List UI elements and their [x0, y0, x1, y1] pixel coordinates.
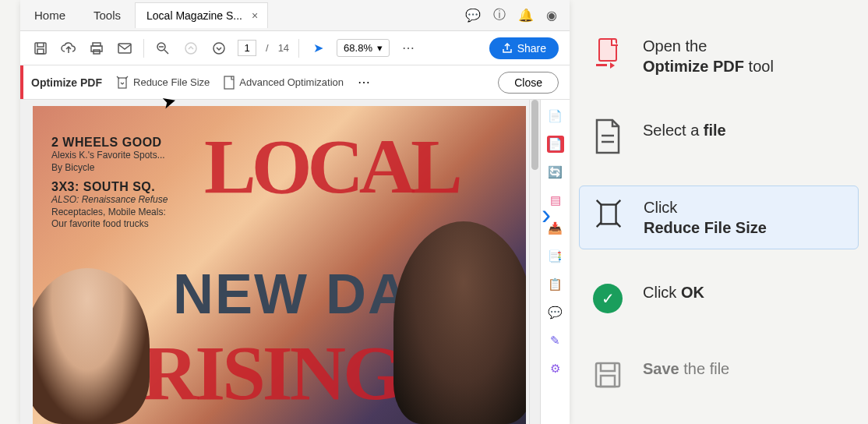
- magazine-title: LOCAL: [204, 122, 458, 211]
- step-click-ok: ✓ Click OK: [579, 271, 859, 326]
- more-options-icon[interactable]: ⋯: [358, 75, 370, 90]
- rail-sign-icon[interactable]: ✎: [547, 332, 564, 349]
- svg-rect-17: [601, 205, 616, 224]
- cloud-upload-icon[interactable]: [59, 39, 78, 58]
- cover-line-2: RISING: [142, 328, 400, 418]
- optimize-pdf-title: Optimize PDF: [31, 76, 102, 89]
- cover-photo-right: [393, 221, 526, 424]
- svg-line-7: [164, 50, 168, 54]
- step-arrow-icon: ›: [542, 199, 551, 231]
- page-number-input[interactable]: [238, 40, 256, 56]
- svg-rect-11: [118, 78, 126, 88]
- svg-point-9: [185, 43, 196, 54]
- tab-bar: Home Tools Local Magazine S... × 💬 ⓘ 🔔 ◉: [20, 0, 570, 31]
- svg-rect-1: [37, 49, 44, 54]
- share-label: Share: [517, 42, 546, 55]
- rail-optimize-pdf-icon[interactable]: 📄: [547, 136, 564, 153]
- more-icon[interactable]: ⋯: [399, 39, 418, 58]
- step-5-text: Save the file: [643, 359, 729, 379]
- close-icon[interactable]: ×: [249, 9, 261, 22]
- svg-rect-0: [35, 43, 46, 54]
- pdf-tool-icon: [591, 36, 624, 69]
- print-icon[interactable]: [87, 39, 106, 58]
- check-icon: ✓: [591, 282, 624, 315]
- subline-2a: ALSO: Renaissance Refuse: [51, 194, 168, 207]
- document-area: 2 WHEELS GOOD Alexis K.'s Favorite Spots…: [20, 100, 570, 424]
- file-icon: [591, 120, 624, 153]
- top-right-icons: 💬 ⓘ 🔔 ◉: [465, 7, 570, 23]
- document-sidebar-text: 2 WHEELS GOOD Alexis K.'s Favorite Spots…: [51, 136, 168, 231]
- vertical-scrollbar[interactable]: [529, 100, 540, 424]
- rail-combine-icon[interactable]: 📑: [547, 248, 564, 265]
- page-total: 14: [278, 42, 289, 54]
- advanced-optimization-label: Advanced Optimization: [239, 76, 344, 88]
- tab-document[interactable]: Local Magazine S... ×: [135, 2, 268, 28]
- selection-tool-icon[interactable]: ➤: [309, 39, 327, 58]
- rail-export-icon[interactable]: 🔄: [547, 164, 564, 181]
- right-tool-rail: 📄 📄 🔄 ▤ 📥 📑 📋 💬 ✎ ⚙: [540, 100, 570, 424]
- bell-icon[interactable]: 🔔: [518, 8, 534, 23]
- reduce-file-size-button[interactable]: Reduce File Size: [116, 76, 210, 90]
- scroll-thumb[interactable]: [531, 100, 538, 170]
- step-save-file: Save the file: [579, 348, 859, 402]
- advanced-optimization-button[interactable]: Advanced Optimization: [224, 76, 344, 90]
- tab-document-label: Local Magazine S...: [146, 9, 242, 22]
- reduce-size-icon: [592, 197, 625, 230]
- headline-1: 2 WHEELS GOOD: [51, 136, 168, 150]
- reduce-file-size-label: Reduce File Size: [133, 76, 210, 88]
- step-2-text: Select a file: [643, 120, 726, 140]
- subline-1b: By Bicycle: [51, 162, 168, 175]
- rail-redact-icon[interactable]: 📋: [547, 276, 564, 293]
- page-separator: /: [266, 42, 269, 54]
- subline-2c: Our favorite food trucks: [51, 218, 168, 231]
- step-reduce-file-size[interactable]: Click Reduce File Size: [579, 186, 859, 249]
- rail-more-icon[interactable]: ⚙: [547, 360, 564, 377]
- svg-rect-19: [601, 376, 615, 387]
- cover-photo-left: [33, 268, 150, 424]
- mail-icon[interactable]: [115, 39, 134, 58]
- chevron-down-icon: ▾: [377, 42, 383, 54]
- step-4-text: Click OK: [643, 282, 704, 302]
- step-open-optimize: Open the Optimize PDF tool: [579, 25, 859, 87]
- step-3-text: Click Reduce File Size: [644, 197, 767, 238]
- zoom-dropdown[interactable]: 68.8% ▾: [337, 39, 390, 57]
- subline-1a: Alexis K.'s Favorite Spots...: [51, 150, 168, 162]
- subline-2b: Receptacles, Mobile Meals:: [51, 207, 168, 219]
- headline-2: 3X3: SOUTH SQ.: [51, 180, 168, 194]
- zoom-out-icon[interactable]: [153, 39, 172, 58]
- profile-icon[interactable]: ◉: [546, 8, 557, 23]
- svg-rect-5: [118, 44, 131, 53]
- step-1-text: Open the Optimize PDF tool: [643, 36, 774, 76]
- save-file-icon: [591, 359, 624, 391]
- svg-rect-14: [596, 64, 607, 66]
- zoom-value: 68.8%: [344, 42, 372, 54]
- page-up-icon[interactable]: [182, 39, 200, 58]
- help-icon[interactable]: ⓘ: [493, 7, 506, 23]
- optimize-toolbar: Optimize PDF Reduce File Size Advanced O…: [20, 65, 570, 100]
- share-button[interactable]: Share: [489, 37, 559, 59]
- page-down-icon[interactable]: [210, 39, 228, 58]
- save-icon[interactable]: [31, 39, 50, 58]
- tab-home[interactable]: Home: [20, 9, 79, 22]
- step-select-file: Select a file: [579, 109, 859, 164]
- instruction-steps-panel: › Open the Optimize PDF tool Select a fi…: [570, 0, 868, 424]
- document-page[interactable]: 2 WHEELS GOOD Alexis K.'s Favorite Spots…: [33, 106, 526, 424]
- pdf-app-window: Home Tools Local Magazine S... × 💬 ⓘ 🔔 ◉…: [20, 0, 570, 424]
- svg-rect-12: [224, 76, 234, 89]
- comment-icon[interactable]: 💬: [465, 8, 481, 23]
- rail-comment-icon[interactable]: 💬: [547, 304, 564, 321]
- rail-create-pdf-icon[interactable]: 📄: [547, 108, 564, 125]
- main-toolbar: / 14 ➤ 68.8% ▾ ⋯ Share: [20, 31, 570, 65]
- close-button[interactable]: Close: [498, 72, 559, 94]
- svg-point-10: [213, 43, 224, 54]
- svg-rect-3: [91, 46, 102, 51]
- tab-tools[interactable]: Tools: [79, 9, 135, 22]
